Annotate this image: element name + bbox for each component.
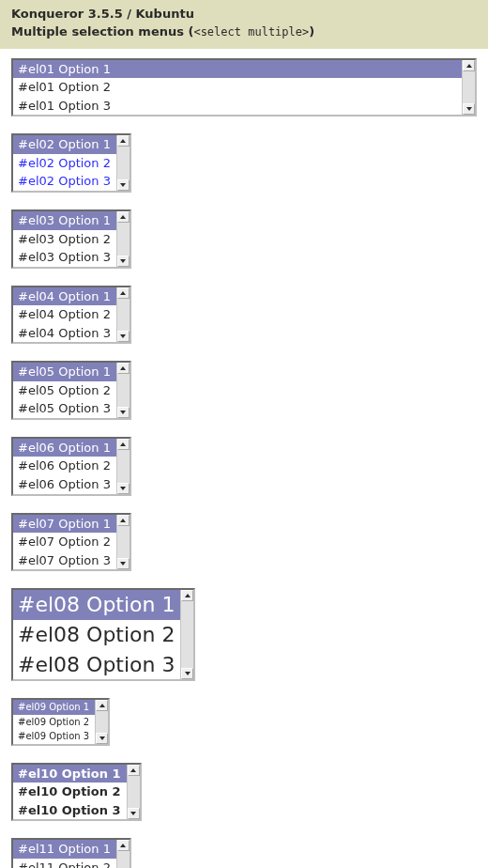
select-el10-option[interactable]: #el10 Option 1	[13, 765, 127, 783]
select-el11-scrollbar[interactable]	[116, 840, 130, 868]
select-el05-option[interactable]: #el05 Option 3	[13, 399, 116, 418]
select-el08-option[interactable]: #el08 Option 2	[13, 620, 180, 650]
scroll-up-icon[interactable]	[181, 590, 193, 601]
scroll-down-icon[interactable]	[96, 733, 108, 744]
select-el09[interactable]: #el09 Option 1#el09 Option 2#el09 Option…	[11, 698, 110, 746]
svg-marker-9	[120, 411, 126, 414]
scroll-up-icon[interactable]	[117, 211, 130, 223]
select-el04[interactable]: #el04 Option 1#el04 Option 2#el04 Option…	[11, 286, 131, 345]
select-el01-option[interactable]: #el01 Option 1	[13, 60, 462, 79]
scroll-down-icon[interactable]	[181, 668, 193, 679]
scroll-up-icon[interactable]	[128, 765, 140, 776]
scroll-track[interactable]	[463, 71, 475, 104]
select-el04-scrollbar[interactable]	[116, 287, 130, 343]
select-el05-option[interactable]: #el05 Option 1	[13, 363, 116, 381]
select-el10-option[interactable]: #el10 Option 2	[13, 783, 127, 801]
select-el02-list[interactable]: #el02 Option 1#el02 Option 2#el02 Option…	[13, 135, 116, 191]
select-el01[interactable]: #el01 Option 1#el01 Option 2#el01 Option…	[11, 58, 477, 117]
select-el03-option[interactable]: #el03 Option 3	[13, 248, 116, 267]
select-el02-option[interactable]: #el02 Option 2	[13, 154, 116, 173]
select-el09-list[interactable]: #el09 Option 1#el09 Option 2#el09 Option…	[13, 700, 95, 744]
select-el06-list[interactable]: #el06 Option 1#el06 Option 2#el06 Option…	[13, 439, 116, 494]
select-el06-option[interactable]: #el06 Option 3	[13, 475, 116, 494]
select-el10-scrollbar[interactable]	[127, 765, 140, 820]
select-el06-scrollbar[interactable]	[116, 439, 130, 494]
select-el03-scrollbar[interactable]	[116, 211, 130, 267]
select-el11-option[interactable]: #el11 Option 1	[13, 840, 116, 859]
scroll-track[interactable]	[117, 223, 130, 256]
scroll-up-icon[interactable]	[117, 287, 130, 299]
select-el04-option[interactable]: #el04 Option 2	[13, 305, 116, 324]
select-el03[interactable]: #el03 Option 1#el03 Option 2#el03 Option…	[11, 209, 131, 269]
select-el05-list[interactable]: #el05 Option 1#el05 Option 2#el05 Option…	[13, 363, 116, 418]
scroll-down-icon[interactable]	[117, 483, 130, 494]
select-el06-option[interactable]: #el06 Option 1	[13, 439, 116, 457]
select-el11-option[interactable]: #el11 Option 2	[13, 859, 116, 868]
scroll-down-icon[interactable]	[117, 558, 130, 569]
select-el09-option[interactable]: #el09 Option 1	[13, 700, 95, 715]
select-el02[interactable]: #el02 Option 1#el02 Option 2#el02 Option…	[11, 133, 131, 193]
select-el01-scrollbar[interactable]	[462, 60, 475, 116]
scroll-up-icon[interactable]	[96, 700, 108, 711]
select-el06-option[interactable]: #el06 Option 2	[13, 457, 116, 475]
scroll-track[interactable]	[128, 776, 140, 809]
select-el08-scrollbar[interactable]	[180, 590, 193, 679]
select-el08[interactable]: #el08 Option 1#el08 Option 2#el08 Option…	[11, 588, 195, 681]
select-el07-option[interactable]: #el07 Option 2	[13, 533, 116, 551]
select-el06[interactable]: #el06 Option 1#el06 Option 2#el06 Option…	[11, 437, 131, 496]
select-el01-list[interactable]: #el01 Option 1#el01 Option 2#el01 Option…	[13, 60, 462, 116]
scroll-down-icon[interactable]	[128, 808, 140, 819]
scroll-up-icon[interactable]	[117, 840, 130, 851]
scroll-track[interactable]	[117, 299, 130, 332]
select-el07-list[interactable]: #el07 Option 1#el07 Option 2#el07 Option…	[13, 515, 116, 570]
scroll-track[interactable]	[117, 450, 130, 483]
select-el05-scrollbar[interactable]	[116, 363, 130, 418]
scroll-track[interactable]	[96, 711, 108, 733]
scroll-up-icon[interactable]	[117, 135, 130, 147]
select-el07-option[interactable]: #el07 Option 3	[13, 551, 116, 570]
select-el03-option[interactable]: #el03 Option 1	[13, 211, 116, 230]
scroll-track[interactable]	[181, 601, 193, 668]
select-el05-option[interactable]: #el05 Option 2	[13, 381, 116, 400]
select-el09-scrollbar[interactable]	[95, 700, 108, 744]
scroll-down-icon[interactable]	[117, 407, 130, 418]
select-el07-option[interactable]: #el07 Option 1	[13, 515, 116, 534]
scroll-track[interactable]	[117, 147, 130, 179]
select-el07-scrollbar[interactable]	[116, 515, 130, 570]
scroll-track[interactable]	[117, 851, 130, 868]
scroll-down-icon[interactable]	[117, 331, 130, 342]
select-el02-scrollbar[interactable]	[116, 135, 130, 191]
select-el10[interactable]: #el10 Option 1#el10 Option 2#el10 Option…	[11, 763, 142, 822]
select-el04-option[interactable]: #el04 Option 3	[13, 324, 116, 343]
select-el08-option[interactable]: #el08 Option 1	[13, 590, 180, 620]
select-el03-list[interactable]: #el03 Option 1#el03 Option 2#el03 Option…	[13, 211, 116, 267]
scroll-down-icon[interactable]	[117, 179, 130, 191]
select-el10-option[interactable]: #el10 Option 3	[13, 801, 127, 820]
scroll-track[interactable]	[117, 374, 130, 407]
select-el02-option[interactable]: #el02 Option 3	[13, 172, 116, 191]
select-el11[interactable]: #el11 Option 1#el11 Option 2#el11 Option…	[11, 838, 131, 868]
select-el02-option[interactable]: #el02 Option 1	[13, 135, 116, 154]
scroll-up-icon[interactable]	[117, 363, 130, 374]
scroll-down-icon[interactable]	[463, 103, 475, 115]
select-el07[interactable]: #el07 Option 1#el07 Option 2#el07 Option…	[11, 513, 131, 572]
svg-marker-14	[185, 594, 191, 597]
select-el11-list[interactable]: #el11 Option 1#el11 Option 2#el11 Option…	[13, 840, 116, 868]
select-el01-option[interactable]: #el01 Option 3	[13, 97, 462, 116]
select-el10-list[interactable]: #el10 Option 1#el10 Option 2#el10 Option…	[13, 765, 127, 820]
scroll-down-icon[interactable]	[117, 256, 130, 267]
select-el08-list[interactable]: #el08 Option 1#el08 Option 2#el08 Option…	[13, 590, 180, 679]
scroll-track[interactable]	[117, 526, 130, 559]
select-el08-option[interactable]: #el08 Option 3	[13, 650, 180, 680]
select-el04-option[interactable]: #el04 Option 1	[13, 287, 116, 306]
scroll-up-icon[interactable]	[463, 60, 475, 71]
select-el04-list[interactable]: #el04 Option 1#el04 Option 2#el04 Option…	[13, 287, 116, 343]
scroll-up-icon[interactable]	[117, 439, 130, 450]
select-el09-option[interactable]: #el09 Option 3	[13, 729, 95, 744]
select-el03-option[interactable]: #el03 Option 2	[13, 230, 116, 249]
select-el02-wrap: #el02 Option 1#el02 Option 2#el02 Option…	[11, 133, 477, 193]
select-el01-option[interactable]: #el01 Option 2	[13, 78, 462, 97]
select-el09-option[interactable]: #el09 Option 2	[13, 715, 95, 730]
scroll-up-icon[interactable]	[117, 515, 130, 526]
select-el05[interactable]: #el05 Option 1#el05 Option 2#el05 Option…	[11, 361, 131, 420]
